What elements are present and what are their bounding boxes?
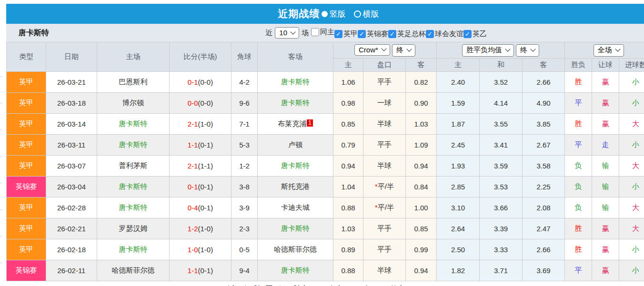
odds-final2-select[interactable]: 终 <box>516 44 539 57</box>
type-badge: 英甲 <box>7 218 46 239</box>
odds-company-select[interactable]: Crow* <box>354 44 390 56</box>
odds-home: 0.89 <box>333 239 363 260</box>
result-wdl: 负 <box>565 156 592 177</box>
home-team: 哈德斯菲尔德 <box>97 260 170 281</box>
match-count-select[interactable]: 10 <box>275 27 299 39</box>
mean-away: 2.66 <box>523 239 565 260</box>
horizontal-layout-radio[interactable] <box>354 10 361 18</box>
league-type-label: 英甲 <box>7 218 46 239</box>
odds-final1-select[interactable]: 终 <box>392 44 415 57</box>
home-team: 唐卡斯特 <box>97 239 170 260</box>
vertical-layout-radio[interactable] <box>322 11 328 17</box>
team-name: 唐卡斯特 <box>19 28 49 38</box>
checkbox-checked-icon[interactable]: ✓ <box>358 30 366 38</box>
checkbox-checked-icon[interactable]: ✓ <box>334 30 342 38</box>
type-badge: 英甲 <box>7 135 46 156</box>
half-time-score: (1-0) <box>198 120 213 128</box>
result-scope-value: 全场 <box>598 46 612 55</box>
type-badge: 英甲 <box>7 93 46 114</box>
table-row: 英甲26-03-11唐卡斯特1-1(0-1)5-3卢顿0.79平手1.092.4… <box>7 135 644 156</box>
mean-away: 3.85 <box>523 114 565 135</box>
star-icon: * <box>375 203 378 211</box>
type-badge: 英甲 <box>7 72 46 93</box>
result-wdl: 胜 <box>565 239 592 260</box>
full-time-score: 2-1 <box>188 120 198 128</box>
odds-away: 1.00 <box>406 197 437 218</box>
mean-away: 2.66 <box>523 72 565 93</box>
odds-home: 1.04 <box>333 177 363 197</box>
result-handicap: 输 <box>592 177 619 197</box>
results-rows: 英甲26-03-21巴恩斯利0-1(0-0)4-2唐卡斯特1.06平手0.822… <box>7 72 644 281</box>
filter-checkbox-item[interactable]: ✓英锦赛 <box>358 30 388 39</box>
filter-checkbox-item[interactable]: 同主 <box>311 28 334 37</box>
score: 1-1(0-1) <box>170 260 231 281</box>
odds-away: 0.94 <box>406 156 437 177</box>
odds-home: 0.94 <box>333 156 363 177</box>
mean-draw: 3.66 <box>480 197 523 218</box>
result-wdl: 平 <box>565 135 592 156</box>
filter-checkbox-item[interactable]: ✓英乙 <box>463 30 487 39</box>
result-goals: 大 <box>619 218 644 239</box>
odds-handicap: 半球 <box>363 156 406 177</box>
horizontal-layout-label[interactable]: 横版 <box>363 9 379 20</box>
away-team-name: 唐卡斯特 <box>281 161 310 169</box>
away-team-name: 斯托克港 <box>281 182 310 190</box>
table-row: 英甲26-03-18博尔顿0-0(0-0)9-6唐卡斯特0.98一球0.901.… <box>7 93 644 114</box>
mean-odds-select[interactable]: 胜平负均值 <box>462 44 514 57</box>
result-handicap: 输 <box>592 197 619 218</box>
match-date: 26-02-11 <box>46 260 97 281</box>
match-count-value: 10 <box>279 29 287 37</box>
result-goals: 小 <box>619 177 644 197</box>
full-time-score: 1-1 <box>188 266 198 275</box>
result-goals: 小 <box>619 239 644 260</box>
type-badge: 英锦赛 <box>7 177 46 197</box>
odds-handicap: 一球 <box>363 93 406 114</box>
mean-home: 2.64 <box>437 218 480 239</box>
sub-header-goals: 进球数 <box>619 59 644 72</box>
checkbox-checked-icon[interactable]: ✓ <box>388 30 396 38</box>
result-handicap: 走 <box>592 135 619 156</box>
odds-home: 0.88 <box>333 197 363 218</box>
odds-away: 0.85 <box>406 218 437 239</box>
full-time-score: 0-1 <box>188 183 198 191</box>
sub-header-wdl: 胜负 <box>565 59 592 72</box>
result-wdl: 负 <box>565 197 592 218</box>
odds-home: 0.88 <box>333 260 363 281</box>
corner-score: 5-3 <box>231 135 258 156</box>
home-team: 唐卡斯特 <box>97 197 170 218</box>
odds-home: 1.06 <box>333 72 363 93</box>
home-team: 唐卡斯特 <box>97 177 170 197</box>
league-type-label: 英甲 <box>7 72 46 92</box>
match-date: 26-03-11 <box>46 135 97 156</box>
chevron-down-icon <box>381 46 386 51</box>
away-team-name: 卢顿 <box>288 140 302 148</box>
filter-checkbox-label: 英甲 <box>343 30 358 39</box>
odds-handicap: *平/半 <box>363 177 406 197</box>
filter-checkbox-label: 球会友谊 <box>435 30 463 39</box>
table-row: 英锦赛26-03-04唐卡斯特0-1(0-1)3-8斯托克港1.04*平/半0.… <box>7 177 644 197</box>
result-goals: 大 <box>619 114 644 135</box>
full-time-score: 1-1 <box>188 141 198 149</box>
filter-checkbox-item[interactable]: ✓球会友谊 <box>426 30 463 39</box>
filter-checkbox-item[interactable]: ✓英甲 <box>334 30 358 39</box>
away-team: 唐卡斯特 <box>258 260 333 281</box>
filter-checkbox-item[interactable]: ✓英足总杯 <box>388 30 426 39</box>
checkbox-unchecked-icon[interactable] <box>311 28 319 36</box>
mean-away: 2.47 <box>523 218 565 239</box>
title-bar: 近期战绩 竖版 横版 <box>6 4 644 24</box>
checkbox-checked-icon[interactable]: ✓ <box>426 30 434 38</box>
result-scope-select[interactable]: 全场 <box>594 44 624 57</box>
panel-content: 近期战绩 竖版 横版 唐卡斯特 近 10 场 同主✓英甲✓英锦赛✓英足总杯✓球会… <box>6 4 644 286</box>
checkbox-checked-icon[interactable]: ✓ <box>463 30 472 38</box>
type-badge: 英锦赛 <box>7 260 46 281</box>
result-handicap: 赢 <box>592 260 619 281</box>
table-row: 英锦赛26-02-11哈德斯菲尔德1-1(0-1)9-4唐卡斯特0.88半球0.… <box>7 260 644 281</box>
corner-score: 7-1 <box>231 114 258 135</box>
odds-handicap: 平手 <box>363 218 406 239</box>
result-wdl: 胜 <box>565 72 592 93</box>
results-table: 类型 日期 主场 比分(半场) 角球 客场 Crow* 终 <box>6 42 644 281</box>
vertical-layout-label[interactable]: 竖版 <box>330 9 346 20</box>
mean-away: 3.69 <box>523 260 565 281</box>
panel-title: 近期战绩 <box>278 7 320 20</box>
filter-checkbox-label: 英乙 <box>473 30 487 39</box>
